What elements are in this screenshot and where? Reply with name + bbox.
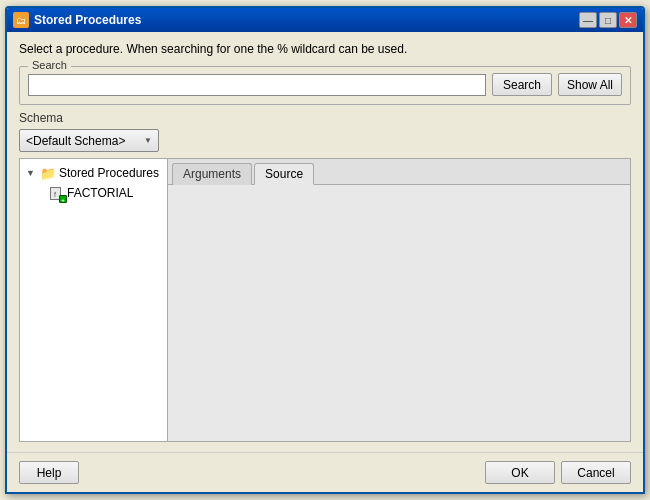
content-area: ▼ 📁 Stored Procedures f + FACTORIAL: [19, 158, 631, 442]
right-pane: Arguments Source: [168, 159, 630, 441]
search-input[interactable]: [28, 74, 486, 96]
schema-section: Schema <Default Schema> ▼: [19, 111, 631, 152]
window-icon: 🗂: [13, 12, 29, 28]
window-title: Stored Procedures: [34, 13, 141, 27]
main-window: 🗂 Stored Procedures — □ ✕ Select a proce…: [5, 6, 645, 494]
maximize-button[interactable]: □: [599, 12, 617, 28]
tree-child-item[interactable]: f + FACTORIAL: [44, 183, 163, 203]
tab-source[interactable]: Source: [254, 163, 314, 185]
search-group-label: Search: [28, 59, 71, 71]
footer: Help OK Cancel: [7, 452, 643, 492]
window-body: Select a procedure. When searching for o…: [7, 32, 643, 452]
tree-root-label: Stored Procedures: [59, 166, 159, 180]
search-row: Search Show All: [28, 73, 622, 96]
help-button[interactable]: Help: [19, 461, 79, 484]
procedure-icon: f +: [46, 185, 64, 201]
tree-children: f + FACTORIAL: [24, 183, 163, 203]
title-bar: 🗂 Stored Procedures — □ ✕: [7, 8, 643, 32]
show-all-button[interactable]: Show All: [558, 73, 622, 96]
schema-dropdown-value: <Default Schema>: [26, 134, 125, 148]
tab-arguments[interactable]: Arguments: [172, 163, 252, 185]
instruction-text: Select a procedure. When searching for o…: [19, 42, 631, 56]
tabs-row: Arguments Source: [168, 159, 630, 185]
folder-icon: 📁: [40, 165, 56, 181]
close-button[interactable]: ✕: [619, 12, 637, 28]
tree-pane: ▼ 📁 Stored Procedures f + FACTORIAL: [20, 159, 168, 441]
cancel-button[interactable]: Cancel: [561, 461, 631, 484]
expand-arrow-icon: ▼: [26, 168, 35, 178]
schema-label: Schema: [19, 111, 631, 125]
search-group: Search Search Show All: [19, 66, 631, 105]
tree-root-item[interactable]: ▼ 📁 Stored Procedures: [24, 163, 163, 183]
minimize-button[interactable]: —: [579, 12, 597, 28]
footer-right: OK Cancel: [485, 461, 631, 484]
procedure-label: FACTORIAL: [67, 186, 133, 200]
ok-button[interactable]: OK: [485, 461, 555, 484]
chevron-down-icon: ▼: [144, 136, 152, 145]
tab-content-area: [168, 185, 630, 441]
title-buttons: — □ ✕: [579, 12, 637, 28]
schema-dropdown[interactable]: <Default Schema> ▼: [19, 129, 159, 152]
title-bar-left: 🗂 Stored Procedures: [13, 12, 141, 28]
search-button[interactable]: Search: [492, 73, 552, 96]
